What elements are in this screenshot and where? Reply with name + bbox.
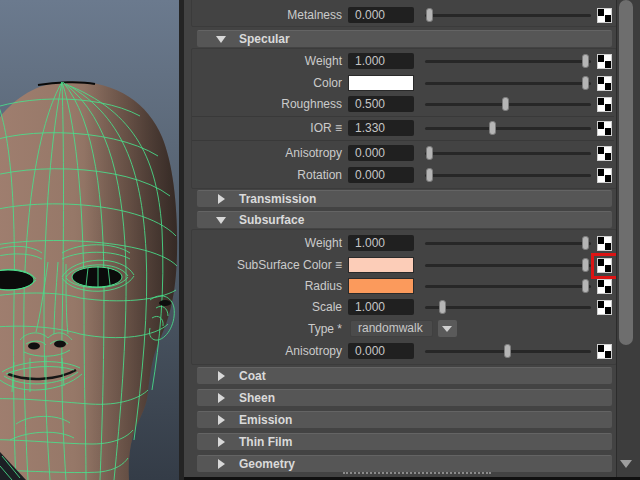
separator [192,116,614,117]
rotation-field[interactable]: 0.000 [348,167,414,183]
anisotropy-slider[interactable] [425,145,591,161]
slider-handle[interactable] [582,54,589,68]
attr-label: Weight [184,236,342,250]
maya-window: Metalness 0.000 Specular Weight 1.000 Co… [0,0,640,480]
slider-handle[interactable] [426,8,433,22]
row-subsurface-scale: Scale 1.000 [184,299,617,315]
chevron-right-icon [218,437,225,447]
attr-label: Anisotropy [184,344,342,358]
chevron-right-icon [218,459,225,469]
rotation-texture-map-button[interactable] [597,168,612,183]
scale-field[interactable]: 1.000 [348,299,414,315]
section-label: Specular [239,32,290,46]
sss-anisotropy-texture-map-button[interactable] [597,344,612,359]
rotation-slider[interactable] [425,167,591,183]
section-header-subsurface[interactable]: Subsurface [197,211,612,228]
specular-color-texture-map-button[interactable] [597,76,612,91]
sss-weight-slider[interactable] [425,235,591,251]
sss-weight-field[interactable]: 1.000 [348,235,414,251]
slider-handle[interactable] [439,300,446,314]
attr-label: Rotation [184,168,342,182]
slider-handle[interactable] [582,258,589,272]
scale-texture-map-button[interactable] [597,300,612,315]
chevron-right-icon [218,371,225,381]
section-header-transmission[interactable]: Transmission [197,190,612,207]
section-label: Emission [239,413,292,427]
section-header-emission[interactable]: Emission [197,411,612,428]
ior-slider[interactable] [425,120,591,136]
ior-field[interactable]: 1.330 [348,120,414,136]
roughness-field[interactable]: 0.500 [348,96,414,112]
roughness-slider[interactable] [425,96,591,112]
slider-handle[interactable] [426,168,433,182]
section-label: Subsurface [239,213,304,227]
weight-slider[interactable] [425,53,591,69]
section-label: Coat [239,369,266,383]
attr-label: Radius [184,279,342,293]
section-header-coat[interactable]: Coat [197,367,612,384]
section-header-specular[interactable]: Specular [197,30,612,47]
sss-weight-texture-map-button[interactable] [597,236,612,251]
attr-label: Weight [184,54,342,68]
slider-handle[interactable] [582,76,589,90]
row-subsurface-weight: Weight 1.000 [184,235,617,251]
metalness-texture-map-button[interactable] [597,8,612,23]
weight-texture-map-button[interactable] [597,54,612,69]
row-subsurface-color: SubSurface Color ≡ [184,257,617,273]
subsurface-color-swatch[interactable] [348,257,414,273]
section-label: Transmission [239,192,316,206]
highlight-box [591,253,619,279]
metalness-field[interactable]: 0.000 [348,7,414,23]
slider-handle[interactable] [582,279,589,293]
radius-color-swatch[interactable] [348,278,414,294]
sss-anisotropy-field[interactable]: 0.000 [348,343,414,359]
section-header-thin-film[interactable]: Thin Film [197,433,612,450]
attr-label: Color [184,76,342,90]
ior-texture-map-button[interactable] [597,121,612,136]
row-subsurface-anisotropy: Anisotropy 0.000 [184,343,617,359]
scrollbar-down-arrow-icon[interactable] [620,460,632,468]
scrollbar-thumb[interactable] [619,0,633,345]
attr-label: Scale [184,300,342,314]
attr-label: Anisotropy [184,146,342,160]
row-specular-anisotropy: Anisotropy 0.000 [184,145,617,161]
weight-field[interactable]: 1.000 [348,53,414,69]
sss-anisotropy-slider[interactable] [425,343,591,359]
attr-label: IOR ≡ [184,121,342,135]
sss-type-dropdown[interactable]: randomwalk [350,320,433,337]
separator [192,140,614,141]
anisotropy-texture-map-button[interactable] [597,146,612,161]
anisotropy-field[interactable]: 0.000 [348,145,414,161]
slider-handle[interactable] [502,97,509,111]
specular-color-swatch[interactable] [348,75,414,91]
slider-handle[interactable] [582,236,589,250]
chevron-right-icon [218,415,225,425]
slider-handle[interactable] [426,146,433,160]
radius-slider[interactable] [425,278,591,294]
radius-texture-map-button[interactable] [597,279,612,294]
dropdown-arrow-button[interactable] [438,320,457,337]
slider-handle[interactable] [489,121,496,135]
head-wireframe-model [0,0,179,480]
row-specular-color: Color [184,75,617,91]
attr-label: SubSurface Color ≡ [184,258,342,272]
row-specular-roughness: Roughness 0.500 [184,96,617,112]
scale-slider[interactable] [425,299,591,315]
viewport-3d[interactable] [0,0,179,480]
row-specular-ior: IOR ≡ 1.330 [184,120,617,136]
panel-resize-handle[interactable] [343,472,491,474]
section-header-sheen[interactable]: Sheen [197,389,612,406]
slider-handle[interactable] [504,344,511,358]
chevron-down-icon [216,217,226,224]
scrollbar-track[interactable] [616,0,640,477]
metalness-slider[interactable] [425,7,591,23]
section-label: Thin Film [239,435,292,449]
row-subsurface-radius: Radius [184,278,617,294]
roughness-texture-map-button[interactable] [597,97,612,112]
row-specular-rotation: Rotation 0.000 [184,167,617,183]
specular-color-slider[interactable] [425,75,591,91]
subsurface-color-slider[interactable] [425,257,591,273]
section-label: Geometry [239,457,295,471]
section-header-geometry[interactable]: Geometry [197,455,612,472]
chevron-right-icon [218,393,225,403]
